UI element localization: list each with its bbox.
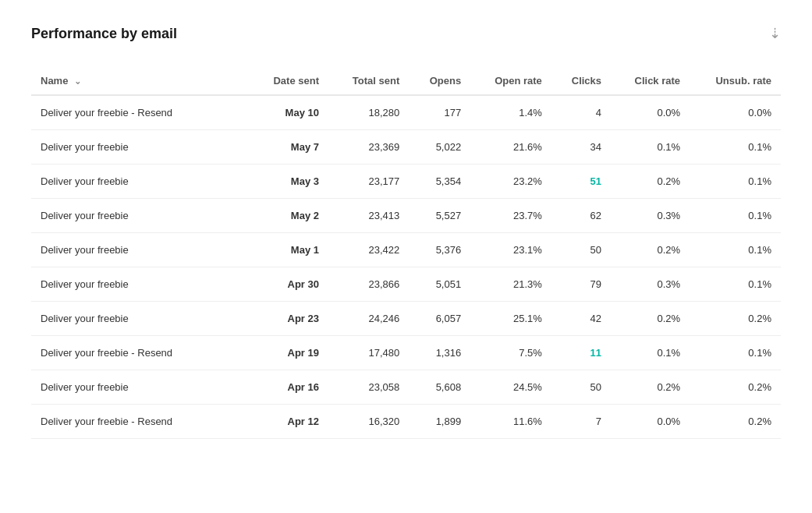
- cell-click-rate: 0.1%: [611, 336, 690, 370]
- cell-date-sent: May 3: [250, 165, 328, 199]
- cell-opens: 1,316: [409, 336, 470, 370]
- table-row: Deliver your freebie Apr 23 24,246 6,057…: [31, 302, 781, 336]
- performance-table: Name ⌄ Date sent Total sent Opens Open r…: [31, 67, 781, 439]
- cell-unsub-rate: 0.2%: [690, 405, 781, 439]
- cell-date-sent: May 1: [250, 233, 328, 267]
- cell-open-rate: 7.5%: [470, 336, 551, 370]
- sort-icon: ⌄: [74, 76, 81, 87]
- cell-opens: 177: [409, 95, 470, 130]
- cell-open-rate: 24.5%: [470, 370, 551, 405]
- col-open-rate: Open rate: [470, 67, 551, 95]
- table-row: Deliver your freebie May 1 23,422 5,376 …: [31, 233, 781, 267]
- cell-clicks: 62: [551, 199, 611, 233]
- cell-opens: 5,354: [409, 165, 470, 199]
- table-row: Deliver your freebie May 2 23,413 5,527 …: [31, 199, 781, 233]
- cell-click-rate: 0.0%: [611, 95, 690, 130]
- cell-date-sent: Apr 16: [250, 370, 328, 405]
- cell-unsub-rate: 0.1%: [690, 199, 781, 233]
- cell-open-rate: 21.6%: [470, 130, 551, 165]
- cell-unsub-rate: 0.1%: [690, 130, 781, 165]
- cell-clicks: 50: [551, 370, 611, 405]
- cell-click-rate: 0.2%: [611, 302, 690, 336]
- cell-name: Deliver your freebie: [31, 233, 250, 267]
- cell-unsub-rate: 0.1%: [690, 165, 781, 199]
- cell-click-rate: 0.2%: [611, 370, 690, 405]
- page-container: Performance by email ⇣ Name ⌄ Date sent …: [0, 0, 812, 513]
- cell-clicks: 4: [551, 95, 611, 130]
- col-date-sent: Date sent: [250, 67, 328, 95]
- cell-total-sent: 23,413: [328, 199, 409, 233]
- cell-unsub-rate: 0.2%: [690, 302, 781, 336]
- cell-name: Deliver your freebie - Resend: [31, 336, 250, 370]
- cell-opens: 5,527: [409, 199, 470, 233]
- col-unsub-rate: Unsub. rate: [690, 67, 781, 95]
- cell-click-rate: 0.2%: [611, 165, 690, 199]
- col-name[interactable]: Name ⌄: [31, 67, 250, 95]
- cell-name: Deliver your freebie: [31, 130, 250, 165]
- cell-opens: 5,051: [409, 267, 470, 302]
- table-wrapper: Name ⌄ Date sent Total sent Opens Open r…: [31, 67, 781, 439]
- cell-open-rate: 11.6%: [470, 405, 551, 439]
- cell-opens: 5,608: [409, 370, 470, 405]
- cell-date-sent: Apr 12: [250, 405, 328, 439]
- cell-clicks: 42: [551, 302, 611, 336]
- cell-clicks: 7: [551, 405, 611, 439]
- cell-name: Deliver your freebie - Resend: [31, 405, 250, 439]
- cell-date-sent: May 10: [250, 95, 328, 130]
- cell-opens: 1,899: [409, 405, 470, 439]
- download-icon[interactable]: ⇣: [769, 25, 781, 42]
- cell-open-rate: 21.3%: [470, 267, 551, 302]
- cell-total-sent: 23,177: [328, 165, 409, 199]
- cell-unsub-rate: 0.2%: [690, 370, 781, 405]
- cell-clicks: 34: [551, 130, 611, 165]
- cell-name: Deliver your freebie: [31, 199, 250, 233]
- cell-name: Deliver your freebie: [31, 370, 250, 405]
- cell-open-rate: 23.1%: [470, 233, 551, 267]
- header-row: Name ⌄ Date sent Total sent Opens Open r…: [31, 67, 781, 95]
- cell-click-rate: 0.1%: [611, 130, 690, 165]
- table-row: Deliver your freebie May 3 23,177 5,354 …: [31, 165, 781, 199]
- cell-unsub-rate: 0.1%: [690, 233, 781, 267]
- cell-open-rate: 23.2%: [470, 165, 551, 199]
- cell-total-sent: 16,320: [328, 405, 409, 439]
- cell-name: Deliver your freebie: [31, 302, 250, 336]
- table-row: Deliver your freebie - Resend Apr 19 17,…: [31, 336, 781, 370]
- cell-unsub-rate: 0.1%: [690, 336, 781, 370]
- col-click-rate: Click rate: [611, 67, 690, 95]
- cell-total-sent: 23,866: [328, 267, 409, 302]
- cell-clicks: 50: [551, 233, 611, 267]
- cell-name: Deliver your freebie: [31, 267, 250, 302]
- col-clicks: Clicks: [551, 67, 611, 95]
- page-header: Performance by email ⇣: [31, 25, 781, 42]
- cell-click-rate: 0.0%: [611, 405, 690, 439]
- cell-click-rate: 0.2%: [611, 233, 690, 267]
- cell-clicks: 79: [551, 267, 611, 302]
- cell-open-rate: 25.1%: [470, 302, 551, 336]
- cell-unsub-rate: 0.1%: [690, 267, 781, 302]
- cell-total-sent: 24,246: [328, 302, 409, 336]
- table-row: Deliver your freebie - Resend May 10 18,…: [31, 95, 781, 130]
- cell-total-sent: 23,058: [328, 370, 409, 405]
- col-opens: Opens: [409, 67, 470, 95]
- cell-total-sent: 17,480: [328, 336, 409, 370]
- table-row: Deliver your freebie Apr 16 23,058 5,608…: [31, 370, 781, 405]
- cell-date-sent: Apr 23: [250, 302, 328, 336]
- col-total-sent: Total sent: [328, 67, 409, 95]
- cell-total-sent: 23,422: [328, 233, 409, 267]
- cell-clicks: 51: [551, 165, 611, 199]
- cell-total-sent: 18,280: [328, 95, 409, 130]
- cell-total-sent: 23,369: [328, 130, 409, 165]
- cell-open-rate: 23.7%: [470, 199, 551, 233]
- cell-unsub-rate: 0.0%: [690, 95, 781, 130]
- cell-date-sent: Apr 19: [250, 336, 328, 370]
- table-body: Deliver your freebie - Resend May 10 18,…: [31, 95, 781, 439]
- cell-name: Deliver your freebie: [31, 165, 250, 199]
- cell-open-rate: 1.4%: [470, 95, 551, 130]
- col-name-label: Name: [41, 75, 68, 87]
- cell-opens: 5,376: [409, 233, 470, 267]
- cell-date-sent: May 2: [250, 199, 328, 233]
- table-row: Deliver your freebie May 7 23,369 5,022 …: [31, 130, 781, 165]
- cell-date-sent: May 7: [250, 130, 328, 165]
- cell-opens: 5,022: [409, 130, 470, 165]
- cell-click-rate: 0.3%: [611, 199, 690, 233]
